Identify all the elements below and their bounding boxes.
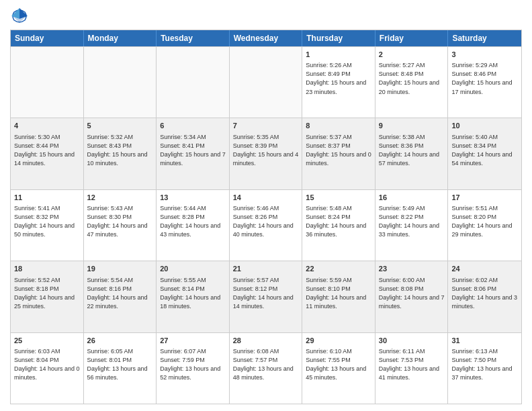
day-info: Sunrise: 5:38 AMSunset: 8:36 PMDaylight:… (379, 133, 445, 168)
day-cell-9: 9Sunrise: 5:38 AMSunset: 8:36 PMDaylight… (375, 118, 449, 189)
day-info: Sunrise: 6:08 AMSunset: 7:57 PMDaylight:… (233, 347, 299, 382)
day-cell-19: 19Sunrise: 5:54 AMSunset: 8:16 PMDayligh… (84, 261, 157, 332)
day-info: Sunrise: 5:29 AMSunset: 8:46 PMDaylight:… (451, 61, 518, 96)
day-number: 17 (451, 193, 518, 203)
day-number: 18 (14, 264, 80, 274)
day-number: 4 (14, 121, 80, 131)
calendar-row-2: 11Sunrise: 5:41 AMSunset: 8:32 PMDayligh… (11, 189, 521, 261)
day-info: Sunrise: 5:35 AMSunset: 8:39 PMDaylight:… (233, 133, 299, 168)
day-number: 25 (14, 336, 80, 346)
day-info: Sunrise: 6:00 AMSunset: 8:08 PMDaylight:… (379, 276, 445, 311)
day-cell-14: 14Sunrise: 5:46 AMSunset: 8:26 PMDayligh… (230, 190, 303, 261)
day-number: 5 (87, 121, 153, 131)
day-cell-6: 6Sunrise: 5:34 AMSunset: 8:41 PMDaylight… (157, 118, 230, 189)
day-info: Sunrise: 5:54 AMSunset: 8:16 PMDaylight:… (87, 276, 153, 311)
calendar-row-1: 4Sunrise: 5:30 AMSunset: 8:44 PMDaylight… (11, 118, 521, 189)
day-cell-15: 15Sunrise: 5:48 AMSunset: 8:24 PMDayligh… (302, 190, 375, 261)
day-number: 2 (379, 50, 445, 60)
day-cell-24: 24Sunrise: 6:02 AMSunset: 8:06 PMDayligh… (448, 261, 521, 332)
day-cell-29: 29Sunrise: 6:10 AMSunset: 7:55 PMDayligh… (302, 333, 375, 404)
calendar-row-0: 1Sunrise: 5:26 AMSunset: 8:49 PMDaylight… (11, 46, 521, 118)
day-number: 10 (451, 121, 518, 131)
day-number: 13 (160, 193, 226, 203)
day-info: Sunrise: 6:03 AMSunset: 8:04 PMDaylight:… (14, 347, 80, 382)
day-info: Sunrise: 5:43 AMSunset: 8:30 PMDaylight:… (87, 204, 153, 239)
day-info: Sunrise: 5:40 AMSunset: 8:34 PMDaylight:… (451, 133, 518, 168)
day-number: 23 (379, 264, 445, 274)
calendar-row-4: 25Sunrise: 6:03 AMSunset: 8:04 PMDayligh… (11, 332, 521, 404)
day-cell-2: 2Sunrise: 5:27 AMSunset: 8:48 PMDaylight… (375, 47, 449, 118)
day-info: Sunrise: 5:49 AMSunset: 8:22 PMDaylight:… (379, 204, 445, 239)
day-number: 15 (306, 193, 371, 203)
calendar-row-3: 18Sunrise: 5:52 AMSunset: 8:18 PMDayligh… (11, 261, 521, 332)
day-info: Sunrise: 6:02 AMSunset: 8:06 PMDaylight:… (451, 276, 518, 311)
day-info: Sunrise: 5:51 AMSunset: 8:20 PMDaylight:… (451, 204, 518, 239)
day-number: 27 (160, 336, 226, 346)
day-number: 6 (160, 121, 226, 131)
calendar-header: SundayMondayTuesdayWednesdayThursdayFrid… (11, 30, 521, 46)
day-info: Sunrise: 5:52 AMSunset: 8:18 PMDaylight:… (14, 276, 80, 311)
day-info: Sunrise: 5:59 AMSunset: 8:10 PMDaylight:… (306, 276, 371, 311)
day-number: 8 (306, 121, 371, 131)
day-cell-10: 10Sunrise: 5:40 AMSunset: 8:34 PMDayligh… (448, 118, 521, 189)
day-cell-30: 30Sunrise: 6:11 AMSunset: 7:53 PMDayligh… (375, 333, 449, 404)
day-number: 7 (233, 121, 299, 131)
calendar-body: 1Sunrise: 5:26 AMSunset: 8:49 PMDaylight… (11, 46, 521, 404)
day-cell-13: 13Sunrise: 5:44 AMSunset: 8:28 PMDayligh… (157, 190, 230, 261)
header (10, 7, 522, 26)
day-cell-3: 3Sunrise: 5:29 AMSunset: 8:46 PMDaylight… (448, 47, 521, 118)
day-info: Sunrise: 5:41 AMSunset: 8:32 PMDaylight:… (14, 204, 80, 239)
day-info: Sunrise: 5:48 AMSunset: 8:24 PMDaylight:… (306, 204, 371, 239)
day-cell-21: 21Sunrise: 5:57 AMSunset: 8:12 PMDayligh… (230, 261, 303, 332)
day-number: 26 (87, 336, 153, 346)
day-number: 28 (233, 336, 299, 346)
header-cell-saturday: Saturday (448, 30, 521, 46)
day-cell-8: 8Sunrise: 5:37 AMSunset: 8:37 PMDaylight… (302, 118, 375, 189)
day-cell-25: 25Sunrise: 6:03 AMSunset: 8:04 PMDayligh… (11, 333, 84, 404)
day-cell-16: 16Sunrise: 5:49 AMSunset: 8:22 PMDayligh… (375, 190, 449, 261)
day-cell-17: 17Sunrise: 5:51 AMSunset: 8:20 PMDayligh… (448, 190, 521, 261)
day-info: Sunrise: 5:57 AMSunset: 8:12 PMDaylight:… (233, 276, 299, 311)
day-number: 1 (306, 50, 371, 60)
day-number: 19 (87, 264, 153, 274)
day-cell-1: 1Sunrise: 5:26 AMSunset: 8:49 PMDaylight… (302, 47, 375, 118)
logo (10, 7, 32, 26)
day-number: 16 (379, 193, 445, 203)
empty-cell (84, 47, 157, 118)
day-info: Sunrise: 6:05 AMSunset: 8:01 PMDaylight:… (87, 347, 153, 382)
header-cell-friday: Friday (375, 30, 449, 46)
day-info: Sunrise: 5:44 AMSunset: 8:28 PMDaylight:… (160, 204, 226, 239)
day-cell-7: 7Sunrise: 5:35 AMSunset: 8:39 PMDaylight… (230, 118, 303, 189)
header-cell-wednesday: Wednesday (230, 30, 303, 46)
day-info: Sunrise: 5:37 AMSunset: 8:37 PMDaylight:… (306, 133, 371, 168)
day-info: Sunrise: 6:11 AMSunset: 7:53 PMDaylight:… (379, 347, 445, 382)
day-number: 21 (233, 264, 299, 274)
calendar: SundayMondayTuesdayWednesdayThursdayFrid… (10, 30, 522, 404)
day-info: Sunrise: 5:26 AMSunset: 8:49 PMDaylight:… (306, 61, 371, 96)
day-info: Sunrise: 5:34 AMSunset: 8:41 PMDaylight:… (160, 133, 226, 168)
page: SundayMondayTuesdayWednesdayThursdayFrid… (0, 0, 532, 411)
day-info: Sunrise: 5:55 AMSunset: 8:14 PMDaylight:… (160, 276, 226, 311)
day-number: 20 (160, 264, 226, 274)
day-cell-28: 28Sunrise: 6:08 AMSunset: 7:57 PMDayligh… (230, 333, 303, 404)
day-cell-27: 27Sunrise: 6:07 AMSunset: 7:59 PMDayligh… (157, 333, 230, 404)
day-number: 11 (14, 193, 80, 203)
day-cell-23: 23Sunrise: 6:00 AMSunset: 8:08 PMDayligh… (375, 261, 449, 332)
header-cell-monday: Monday (84, 30, 157, 46)
logo-icon (10, 7, 29, 26)
day-cell-4: 4Sunrise: 5:30 AMSunset: 8:44 PMDaylight… (11, 118, 84, 189)
day-cell-11: 11Sunrise: 5:41 AMSunset: 8:32 PMDayligh… (11, 190, 84, 261)
day-number: 14 (233, 193, 299, 203)
day-number: 24 (451, 264, 518, 274)
day-info: Sunrise: 5:46 AMSunset: 8:26 PMDaylight:… (233, 204, 299, 239)
day-number: 31 (451, 336, 518, 346)
day-cell-22: 22Sunrise: 5:59 AMSunset: 8:10 PMDayligh… (302, 261, 375, 332)
day-number: 9 (379, 121, 445, 131)
empty-cell (11, 47, 84, 118)
day-info: Sunrise: 6:10 AMSunset: 7:55 PMDaylight:… (306, 347, 371, 382)
day-info: Sunrise: 6:13 AMSunset: 7:50 PMDaylight:… (451, 347, 518, 382)
header-cell-thursday: Thursday (302, 30, 375, 46)
day-cell-26: 26Sunrise: 6:05 AMSunset: 8:01 PMDayligh… (84, 333, 157, 404)
day-number: 12 (87, 193, 153, 203)
header-cell-sunday: Sunday (11, 30, 84, 46)
